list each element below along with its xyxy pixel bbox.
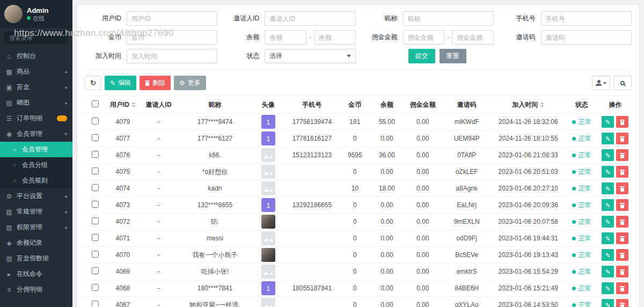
nickname-input[interactable] (403, 11, 494, 26)
edit-button[interactable]: 编辑 (105, 76, 136, 90)
gold-input[interactable] (127, 30, 217, 45)
join-time-input[interactable] (127, 49, 217, 63)
balance-min-input[interactable] (265, 30, 306, 45)
row-checkbox[interactable] (92, 184, 99, 191)
cell-balance: 18.00 (370, 180, 404, 197)
row-delete-button[interactable] (616, 149, 628, 161)
cell-inviter_id: - (140, 130, 177, 147)
inviter-id-input[interactable] (265, 11, 355, 26)
reset-button[interactable]: 重置 (440, 49, 466, 63)
column-header-status: 状态 (565, 96, 599, 114)
status-select[interactable]: 选择 (265, 49, 355, 63)
sidebar-item-常规管理[interactable]: ▧常规管理◂ (0, 204, 72, 220)
balance-max-input[interactable] (314, 30, 356, 45)
columns-toggle-button[interactable] (592, 76, 610, 90)
select-all-checkbox[interactable] (92, 100, 99, 107)
row-delete-button[interactable] (616, 299, 628, 307)
more-button[interactable]: 更多 (174, 76, 206, 90)
more-button-label: 更多 (188, 78, 201, 87)
refresh-button[interactable] (85, 76, 101, 90)
row-edit-button[interactable] (602, 116, 614, 128)
row-delete-button[interactable] (616, 199, 628, 211)
row-edit-button[interactable] (602, 166, 614, 178)
sidebar-item-订单明细[interactable]: ☰订单明细 (0, 111, 72, 126)
row-delete-button[interactable] (616, 216, 628, 228)
row-checkbox[interactable] (92, 267, 99, 274)
sidebar-item-平台设置[interactable]: ⚙平台设置◂ (0, 188, 72, 204)
row-checkbox[interactable] (92, 284, 99, 291)
row-checkbox[interactable] (92, 167, 99, 174)
avatar-badge: 1 (261, 198, 275, 212)
row-edit-button[interactable] (602, 282, 614, 294)
delete-button[interactable]: 删除 (140, 76, 171, 90)
chevron-left-icon: ◂ (64, 100, 67, 106)
user-id-input[interactable] (127, 11, 217, 26)
column-header-balance: 余额 (370, 96, 404, 114)
row-checkbox[interactable] (92, 201, 99, 208)
cell-join_time: 2024-11-26 18:10:55 (492, 130, 565, 147)
row-delete-button[interactable] (616, 249, 628, 261)
row-checkbox[interactable] (92, 151, 99, 158)
row-edit-button[interactable] (602, 232, 614, 244)
column-header-nickname: 昵称 (177, 96, 253, 114)
sidebar-item-商品[interactable]: ▦商品◂ (0, 64, 72, 79)
row-checkbox[interactable] (92, 234, 99, 241)
row-delete-button[interactable] (616, 166, 628, 178)
row-checkbox[interactable] (92, 217, 99, 224)
row-edit-button[interactable] (602, 149, 614, 161)
row-delete-button[interactable] (616, 182, 628, 194)
sort-icon[interactable] (131, 102, 136, 107)
cell-join_time: 2023-01-06 20:09:36 (492, 197, 565, 214)
cell-user_id: 4074 (106, 180, 140, 197)
commission-max-input[interactable] (452, 30, 494, 45)
sidebar-item-权限管理[interactable]: ▨权限管理◂ (0, 220, 72, 235)
sidebar-item-盲盒[interactable]: ▣盲盒◂ (0, 79, 72, 95)
menu-search-input[interactable] (4, 32, 68, 45)
cell-status: 正常 (565, 264, 599, 280)
row-edit-button[interactable] (602, 199, 614, 211)
sort-icon[interactable] (540, 102, 544, 107)
search-toggle-button[interactable] (613, 76, 632, 90)
sidebar-item-会员规则[interactable]: ○会员规则 (0, 173, 72, 188)
row-delete-button[interactable] (616, 232, 628, 244)
cell-phone (284, 180, 340, 197)
submit-button[interactable]: 提交 (408, 49, 435, 63)
cell-join_time: 2023-01-06 19:13:43 (492, 247, 565, 264)
row-checkbox[interactable] (92, 118, 99, 125)
avatar-placeholder-icon (261, 231, 275, 245)
row-edit-button[interactable] (602, 249, 614, 261)
commission-min-input[interactable] (403, 30, 445, 45)
row-checkbox[interactable] (92, 301, 99, 307)
cell-checkbox (85, 247, 106, 264)
sidebar-item-控制台[interactable]: ⌂控制台 (0, 48, 72, 64)
column-header-user_id[interactable]: 用户ID (106, 96, 140, 114)
sidebar-item-会员分组[interactable]: ○会员分组 (0, 157, 72, 173)
filter-join-time: 加入时间 (85, 49, 217, 63)
row-delete-button[interactable] (616, 116, 628, 128)
invite-code-input[interactable] (541, 30, 632, 45)
sidebar-item-分佣明细[interactable]: ≡分佣明细 (0, 282, 72, 297)
column-label: 操作 (609, 101, 621, 108)
cell-gold: 0 (340, 130, 370, 147)
column-header-join_time[interactable]: 加入时间 (492, 96, 565, 114)
sidebar-item-晒图[interactable]: ▤晒图◂ (0, 95, 72, 111)
row-edit-button[interactable] (602, 266, 614, 277)
filter-balance: 余额 - (223, 30, 355, 45)
phone-input[interactable] (541, 11, 632, 26)
row-edit-button[interactable] (602, 299, 614, 307)
avatar-badge: 1 (261, 115, 275, 129)
sidebar-item-在线命令[interactable]: ▸在线命令 (0, 266, 72, 282)
sidebar-item-会员管理[interactable]: ○会员管理 (0, 142, 72, 157)
row-edit-button[interactable] (602, 133, 614, 144)
sidebar-item-会员管理[interactable]: ◉会员管理▾ (0, 126, 72, 142)
sidebar-item-盲盒假数据[interactable]: ▥盲盒假数据 (0, 251, 72, 266)
sidebar-item-余额记录[interactable]: ◈余额记录 (0, 235, 72, 251)
row-edit-button[interactable] (602, 216, 614, 228)
row-edit-button[interactable] (602, 182, 614, 194)
row-checkbox[interactable] (92, 134, 99, 141)
row-delete-button[interactable] (616, 266, 628, 277)
row-delete-button[interactable] (616, 133, 628, 144)
filter-label-balance: 余额 (223, 33, 265, 42)
row-delete-button[interactable] (616, 282, 628, 294)
row-checkbox[interactable] (92, 251, 99, 258)
